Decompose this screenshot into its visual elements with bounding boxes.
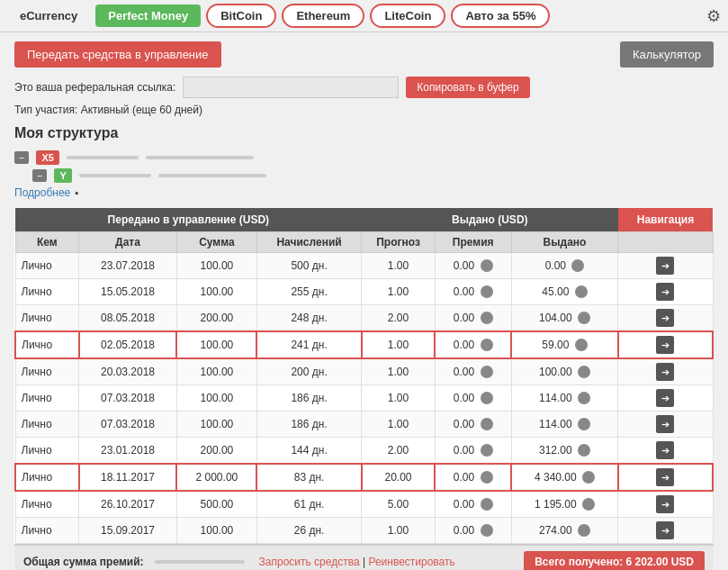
col-prognoz: Прогноз (362, 232, 436, 253)
transfer-button[interactable]: Передать средства в управление (14, 41, 221, 68)
cell-summa: 200.00 (176, 305, 256, 332)
cell-nach: 61 дн. (256, 491, 361, 518)
cell-premiya: 0.00 (435, 518, 511, 544)
cell-summa: 100.00 (176, 412, 256, 438)
cell-summa: 100.00 (176, 518, 256, 544)
cell-vydano: 104.00 (511, 305, 618, 332)
cell-premiya: 0.00 (435, 438, 511, 465)
table-row: Лично07.03.2018100.00186 дн.1.000.00 114… (15, 412, 713, 438)
nav-icon[interactable]: ➔ (656, 415, 674, 433)
nav-icon[interactable]: ➔ (656, 389, 674, 407)
coin-icon (481, 524, 493, 537)
calculator-button[interactable]: Калькулятор (620, 41, 714, 68)
main-content: Передать средства в управление Калькулят… (0, 32, 728, 570)
cell-kto: Лично (15, 385, 79, 412)
cell-vydano: 4 340.00 (511, 464, 618, 491)
col-nach: Начислений (256, 232, 361, 253)
action-row: Передать средства в управление Калькулят… (14, 41, 714, 68)
tab-perfect-money[interactable]: Perfect Money (95, 5, 201, 27)
cell-date: 15.09.2017 (79, 518, 177, 544)
cell-nav[interactable]: ➔ (618, 518, 713, 544)
cell-prognoz: 1.00 (362, 358, 436, 385)
collapse-y[interactable]: − (32, 169, 47, 182)
cell-prognoz: 20.00 (362, 464, 436, 491)
reinvest-link[interactable]: Реинвестировать (368, 556, 454, 568)
nav-icon[interactable]: ➔ (656, 363, 674, 381)
cell-nav[interactable]: ➔ (618, 331, 713, 358)
nav-icon[interactable]: ➔ (656, 257, 674, 275)
cell-date: 02.05.2018 (79, 331, 177, 358)
nav-icon[interactable]: ➔ (656, 441, 674, 459)
cell-premiya: 0.00 (435, 358, 511, 385)
coin-icon (481, 498, 493, 511)
cell-nav[interactable]: ➔ (618, 253, 713, 279)
cell-nav[interactable]: ➔ (618, 385, 713, 412)
cell-nav[interactable]: ➔ (618, 279, 713, 305)
nav-icon[interactable]: ➔ (656, 283, 674, 301)
cell-nav[interactable]: ➔ (618, 412, 713, 438)
request-funds-link[interactable]: Запросить средства (259, 556, 360, 568)
tab-auto[interactable]: Авто за 55% (451, 4, 550, 28)
header-transferred: Передано в управление (USD) (15, 208, 362, 232)
collapse-x5[interactable]: − (14, 151, 29, 164)
main-table: Передано в управление (USD) Выдано (USD)… (14, 208, 714, 544)
table-row: Лично07.03.2018100.00186 дн.1.000.00 114… (15, 385, 713, 412)
cell-kto: Лично (15, 305, 79, 332)
cell-nach: 26 дн. (256, 518, 361, 544)
coin-icon (481, 392, 493, 404)
table-row: Лично20.03.2018100.00200 дн.1.000.00 100… (15, 358, 713, 385)
cell-date: 07.03.2018 (79, 412, 177, 438)
cell-nav[interactable]: ➔ (618, 305, 713, 332)
footer-total: Всего получено: 6 202.00 USD (524, 551, 705, 570)
participation-type: Тип участия: Активный (еще 60 дней) (14, 104, 714, 116)
cell-kto: Лично (15, 518, 79, 544)
cell-prognoz: 1.00 (362, 331, 436, 358)
coin-icon (481, 285, 493, 298)
cell-premiya: 0.00 (435, 253, 511, 279)
ref-input[interactable] (183, 77, 399, 98)
cell-vydano: 114.00 (511, 412, 618, 438)
coin-icon (575, 285, 588, 298)
ref-label: Это ваша реферальная ссылка: (14, 81, 175, 94)
nav-icon[interactable]: ➔ (656, 468, 674, 486)
tab-litecoin[interactable]: LiteCoin (370, 4, 445, 28)
cell-kto: Лично (15, 412, 79, 438)
cell-nav[interactable]: ➔ (618, 438, 713, 465)
cell-summa: 200.00 (176, 438, 256, 465)
table-row: Лично08.05.2018200.00248 дн.2.000.00 104… (15, 305, 713, 332)
tab-ecurrency[interactable]: eCurrency (7, 5, 90, 27)
cell-nach: 144 дн. (256, 438, 361, 465)
nav-icon[interactable]: ➔ (656, 309, 674, 327)
cell-prognoz: 2.00 (362, 438, 436, 465)
cell-date: 23.01.2018 (79, 438, 177, 465)
col-date: Дата (79, 232, 177, 253)
cell-summa: 2 000.00 (176, 464, 256, 491)
gear-icon[interactable]: ⚙ (706, 6, 721, 26)
cell-premiya: 0.00 (435, 412, 511, 438)
tab-ethereum[interactable]: Ethereum (282, 4, 364, 28)
coin-icon (481, 444, 493, 457)
coin-icon (481, 366, 493, 378)
footer-blur (155, 560, 245, 564)
col-kto: Кем (15, 232, 79, 253)
tab-bitcoin[interactable]: BitCoin (206, 4, 276, 28)
cell-nav[interactable]: ➔ (618, 491, 713, 518)
details-link[interactable]: Подробнее (14, 186, 70, 199)
coin-icon (481, 471, 493, 484)
copy-button[interactable]: Копировать в буфер (406, 77, 529, 98)
footer-label: Общая сумма премий: (23, 556, 144, 568)
cell-prognoz: 2.00 (362, 305, 436, 332)
table-row: Лично26.10.2017500.0061 дн.5.000.00 1 19… (15, 491, 713, 518)
cell-nav[interactable]: ➔ (618, 464, 713, 491)
nav-icon[interactable]: ➔ (656, 336, 674, 354)
cell-nav[interactable]: ➔ (618, 358, 713, 385)
coin-icon (481, 339, 493, 351)
nav-icon[interactable]: ➔ (656, 495, 674, 513)
cell-vydano: 59.00 (511, 331, 618, 358)
nav-icon[interactable]: ➔ (656, 521, 674, 539)
cell-nach: 186 дн. (256, 385, 361, 412)
coin-icon (578, 524, 590, 537)
cell-nach: 186 дн. (256, 412, 361, 438)
cell-date: 26.10.2017 (79, 491, 177, 518)
cell-date: 18.11.2017 (79, 464, 177, 491)
